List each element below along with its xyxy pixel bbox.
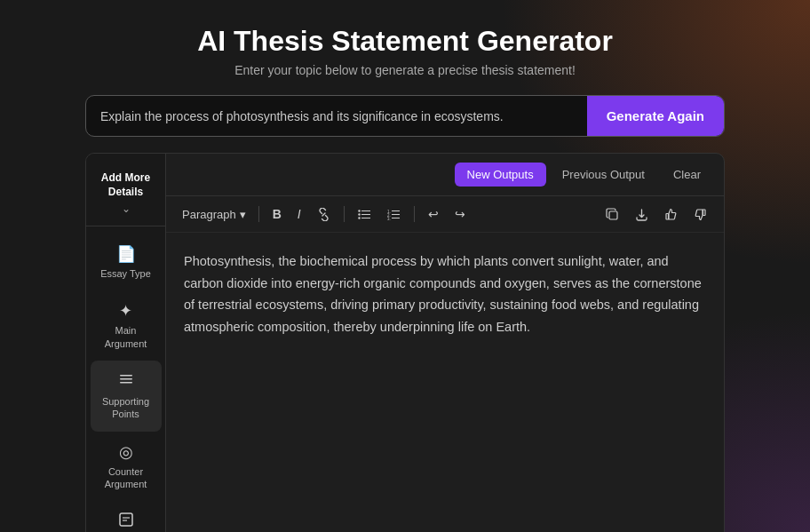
tab-clear-button[interactable]: Clear (661, 163, 713, 187)
svg-text:3.: 3. (387, 216, 391, 220)
unordered-list-button[interactable] (352, 205, 377, 224)
sidebar-item-main-argument[interactable]: ✦ Main Argument (91, 290, 162, 361)
copy-button[interactable] (600, 204, 625, 225)
svg-rect-20 (703, 210, 706, 216)
sidebar: Add More Details ⌄ 📄 Essay Type ✦ Main A… (86, 154, 166, 532)
add-more-label: Add More Details (93, 171, 158, 199)
app-title: AI Thesis Statement Generator (197, 25, 613, 58)
tab-new-outputs[interactable]: New Outputs (455, 163, 546, 187)
toolbar-divider-2 (344, 206, 345, 222)
svg-rect-0 (120, 375, 132, 377)
sidebar-item-continue-writing[interactable]: Continue Writing (91, 501, 162, 532)
redo-icon: ↪ (455, 207, 465, 221)
svg-rect-1 (120, 378, 132, 380)
sidebar-label-essay-type: Essay Type (100, 267, 151, 280)
redo-button[interactable]: ↪ (449, 203, 472, 225)
svg-point-10 (358, 217, 360, 218)
bold-button[interactable]: B (266, 203, 288, 225)
editor-content: Photosynthesis, the biochemical process … (184, 250, 706, 338)
sidebar-item-supporting-points[interactable]: Supporting Points (91, 361, 162, 432)
svg-rect-2 (120, 382, 132, 384)
main-argument-icon: ✦ (119, 301, 132, 321)
thumbs-up-icon (664, 208, 678, 221)
link-button[interactable] (311, 204, 337, 225)
sidebar-label-counter-argument: Counter Argument (96, 465, 156, 491)
header: AI Thesis Statement Generator Enter your… (197, 25, 613, 77)
svg-rect-3 (120, 513, 132, 526)
main-panel: Add More Details ⌄ 📄 Essay Type ✦ Main A… (85, 153, 725, 532)
undo-button[interactable]: ↩ (422, 203, 445, 225)
tabs-bar: New Outputs Previous Output Clear (166, 154, 724, 196)
svg-point-8 (358, 213, 360, 215)
tab-previous-output[interactable]: Previous Output (550, 163, 657, 187)
svg-rect-19 (666, 213, 669, 219)
unordered-list-icon (358, 209, 371, 220)
essay-type-icon: 📄 (116, 244, 136, 264)
thumbs-down-icon (694, 208, 707, 221)
toolbar-right-actions (600, 204, 713, 225)
link-icon (317, 208, 330, 221)
copy-icon (606, 208, 619, 221)
ordered-list-icon: 1. 2. 3. (387, 209, 401, 220)
chevron-down-icon: ⌄ (93, 202, 158, 215)
italic-button[interactable]: I (291, 203, 307, 225)
search-bar: Generate Again (85, 95, 725, 137)
content-area: New Outputs Previous Output Clear Paragr… (166, 154, 724, 532)
thumbs-down-button[interactable] (687, 204, 713, 225)
app-subtitle: Enter your topic below to generate a pre… (197, 63, 613, 77)
svg-rect-18 (609, 211, 617, 219)
paragraph-selector[interactable]: Paragraph ▾ (177, 204, 251, 225)
supporting-points-icon (118, 371, 134, 392)
undo-icon: ↩ (428, 207, 439, 221)
sidebar-label-main-argument: Main Argument (96, 324, 156, 350)
download-icon (635, 208, 648, 221)
search-input[interactable] (86, 96, 587, 136)
toolbar-divider-1 (258, 206, 259, 222)
sidebar-item-counter-argument[interactable]: ◎ Counter Argument (91, 432, 162, 502)
thumbs-up-button[interactable] (658, 204, 684, 225)
sidebar-label-supporting-points: Supporting Points (96, 395, 156, 421)
sidebar-item-essay-type[interactable]: 📄 Essay Type (91, 234, 162, 290)
svg-point-6 (358, 210, 360, 211)
editor-toolbar: Paragraph ▾ B I (166, 196, 724, 233)
continue-writing-icon (118, 512, 134, 532)
generate-button[interactable]: Generate Again (587, 96, 724, 136)
paragraph-label: Paragraph (182, 208, 236, 221)
editor-body[interactable]: Photosynthesis, the biochemical process … (166, 233, 724, 532)
download-button[interactable] (629, 204, 655, 225)
page-wrapper: AI Thesis Statement Generator Enter your… (0, 0, 810, 532)
paragraph-chevron-icon: ▾ (240, 208, 246, 221)
sidebar-top: Add More Details ⌄ (86, 166, 165, 226)
ordered-list-button[interactable]: 1. 2. 3. (381, 205, 407, 224)
counter-argument-icon: ◎ (119, 442, 133, 462)
toolbar-divider-3 (414, 206, 415, 222)
